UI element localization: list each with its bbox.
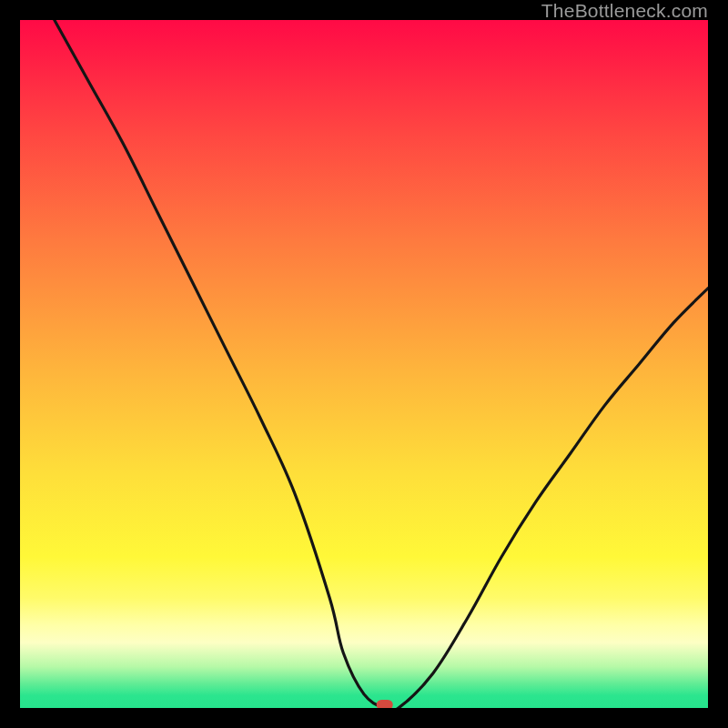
optimal-marker — [377, 700, 393, 708]
chart-frame: TheBottleneck.com — [0, 0, 728, 728]
chart-svg — [20, 20, 708, 708]
plot-area — [20, 20, 708, 708]
watermark-text: TheBottleneck.com — [541, 0, 708, 22]
bottleneck-curve — [55, 20, 708, 708]
